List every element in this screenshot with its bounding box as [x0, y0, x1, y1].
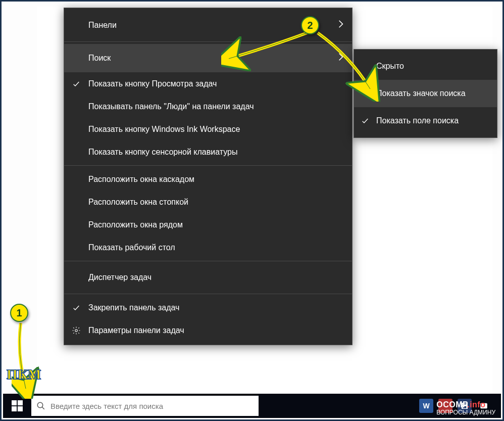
svg-point-4	[37, 402, 43, 408]
windows-logo-icon	[12, 400, 23, 411]
svg-line-5	[42, 407, 44, 409]
annotation-arrow-icon	[12, 323, 42, 399]
menu-label: Диспетчер задач	[88, 273, 352, 282]
menu-separator	[64, 294, 352, 294]
menu-item-stack-windows[interactable]: Расположить окна стопкой	[64, 191, 352, 213]
menu-separator	[64, 261, 352, 261]
annotation-badge-2: 2	[301, 16, 319, 34]
watermark: OCOMP.info ВОПРОСЫ АДМИНУ	[436, 400, 495, 416]
menu-label: Показать кнопку Просмотра задач	[88, 79, 352, 88]
watermark-subtext: ВОПРОСЫ АДМИНУ	[436, 409, 495, 416]
svg-point-7	[75, 329, 78, 332]
menu-label: Показывать панель "Люди" на панели задач	[88, 102, 352, 111]
menu-label: Параметры панели задач	[88, 326, 352, 335]
gear-icon	[64, 326, 88, 335]
menu-label: Поиск	[88, 54, 352, 63]
tray-app-word-icon[interactable]: W	[419, 399, 433, 413]
submenu-label: Скрыто	[376, 62, 497, 71]
check-icon	[354, 117, 376, 125]
menu-item-show-desktop[interactable]: Показать рабочий стол	[64, 236, 352, 259]
menu-item-show-people[interactable]: Показывать панель "Люди" на панели задач	[64, 95, 352, 118]
watermark-text-b: .info	[467, 400, 485, 409]
menu-label: Показать кнопку Windows Ink Workspace	[88, 125, 352, 134]
menu-label: Показать кнопку сенсорной клавиатуры	[88, 148, 352, 157]
menu-label: Расположить окна каскадом	[88, 175, 352, 184]
menu-separator	[64, 165, 352, 166]
svg-rect-0	[12, 400, 17, 405]
submenu-item-show-search-box[interactable]: Показать поле поиска	[354, 107, 497, 134]
menu-item-task-manager[interactable]: Диспетчер задач	[64, 263, 352, 292]
annotation-badge-1: 1	[10, 304, 28, 322]
menu-label: Расположить окна рядом	[88, 220, 352, 229]
submenu-label: Показать значок поиска	[376, 89, 497, 98]
menu-item-side-by-side[interactable]: Расположить окна рядом	[64, 213, 352, 236]
menu-label: Закрепить панель задач	[88, 303, 352, 312]
submenu-label: Показать поле поиска	[376, 116, 497, 125]
menu-item-cascade-windows[interactable]: Расположить окна каскадом	[64, 168, 352, 191]
menu-item-show-touchkb[interactable]: Показать кнопку сенсорной клавиатуры	[64, 141, 352, 163]
annotation-arrow-icon	[315, 31, 390, 102]
watermark-text-a: OCOMP	[436, 400, 467, 409]
check-icon	[64, 304, 88, 312]
taskbar: Введите здесь текст для поиска W	[3, 394, 501, 418]
annotation-arrow-icon	[221, 31, 312, 71]
menu-item-show-ink[interactable]: Показать кнопку Windows Ink Workspace	[64, 118, 352, 141]
svg-rect-1	[18, 400, 23, 405]
chevron-right-icon	[338, 20, 344, 31]
search-icon	[36, 401, 45, 410]
menu-item-lock-taskbar[interactable]: Закрепить панель задач	[64, 296, 352, 319]
check-icon	[64, 80, 88, 88]
taskbar-search-box[interactable]: Введите здесь текст для поиска	[31, 396, 259, 416]
svg-rect-2	[12, 406, 17, 411]
menu-label: Показать рабочий стол	[88, 243, 352, 252]
annotation-pkm-label: ПКМ	[7, 366, 41, 383]
menu-item-taskbar-settings[interactable]: Параметры панели задач	[64, 319, 352, 342]
menu-item-show-taskview[interactable]: Показать кнопку Просмотра задач	[64, 72, 352, 95]
search-placeholder-text: Введите здесь текст для поиска	[51, 402, 163, 410]
menu-label: Расположить окна стопкой	[88, 198, 352, 207]
svg-rect-3	[18, 406, 23, 411]
